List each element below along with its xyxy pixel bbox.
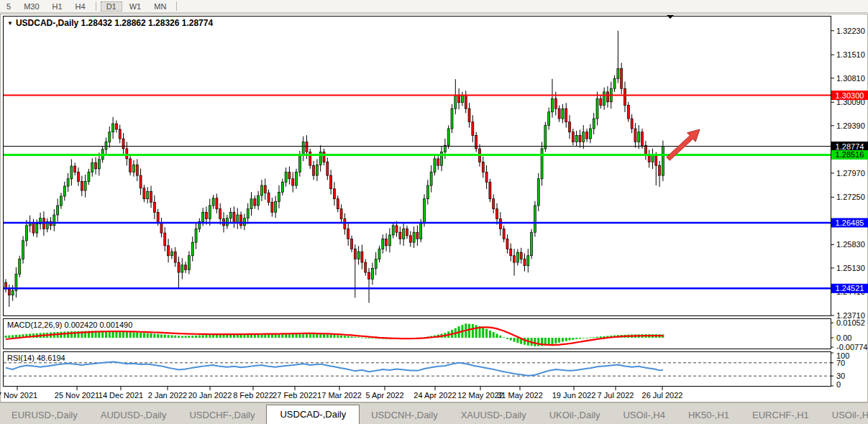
candle	[8, 289, 10, 295]
candle	[520, 252, 522, 259]
candle	[569, 122, 571, 132]
candle	[655, 155, 657, 165]
candle	[191, 242, 193, 256]
candle	[365, 262, 367, 272]
candle	[229, 212, 232, 218]
chart-window-frame	[1, 14, 868, 402]
candle	[268, 193, 270, 202]
candle	[19, 259, 21, 274]
candle	[409, 236, 411, 242]
toolbar-separator	[96, 1, 96, 11]
price-badge-label: 1.28516	[836, 150, 864, 159]
candle	[426, 185, 429, 199]
candle	[652, 155, 654, 162]
candle	[648, 155, 650, 162]
date-axis-label: 31 May 2022	[497, 391, 543, 400]
candle	[593, 119, 595, 129]
candle	[475, 135, 478, 149]
chart-tab-usdchf-daily[interactable]: USDCHF-,Daily	[178, 407, 266, 424]
candle	[413, 232, 415, 242]
candle	[271, 202, 273, 212]
chart-tab-eurusd-daily[interactable]: EURUSD-,Daily	[0, 407, 89, 424]
candle	[132, 165, 134, 172]
candle	[621, 68, 623, 88]
chart-tab-eurchf-h1[interactable]: EURCHF-,H1	[741, 407, 821, 424]
timeframe-button-m30[interactable]: M30	[18, 1, 45, 11]
date-axis-label: 24 Apr 2022	[414, 391, 456, 400]
candle	[662, 147, 664, 176]
candle	[617, 68, 619, 78]
chart-tab-ukoil-daily[interactable]: UKOil-,Daily	[538, 407, 612, 424]
timeframe-button-mn[interactable]: MN	[148, 1, 172, 11]
candle	[499, 219, 501, 229]
candle	[586, 132, 588, 139]
chart-tab-hk50-h1[interactable]: HK50-,H1	[677, 407, 741, 424]
candle	[482, 162, 484, 172]
timeframe-button-w1[interactable]: W1	[124, 1, 147, 11]
chart-tab-usdcnh-daily[interactable]: USDCNH-,Daily	[360, 407, 449, 424]
candle	[288, 172, 291, 178]
candle	[627, 105, 629, 119]
candle	[157, 212, 159, 222]
timeframe-button-h1[interactable]: H1	[47, 1, 68, 11]
candle	[25, 226, 27, 241]
date-axis-label: 7 Nov 2021	[0, 391, 37, 400]
price-axis-label: 1.27250	[836, 193, 865, 201]
candle	[98, 160, 100, 169]
candle	[170, 252, 173, 256]
candle	[60, 196, 62, 206]
candle	[67, 179, 69, 186]
candle	[313, 165, 315, 175]
chart-symbol-title: ▼USDCAD-,Daily 1.28432 1.28862 1.28326 1…	[7, 18, 213, 28]
price-axis-label: 1.32230	[836, 27, 865, 35]
chart-tab-usoil-h4[interactable]: USOil-,H4	[611, 407, 677, 424]
chart-tab-usdcad-daily[interactable]: USDCAD-,Daily	[266, 405, 360, 424]
candle	[388, 235, 390, 246]
date-axis-label: 8 Feb 2022	[233, 391, 273, 400]
candle	[659, 165, 661, 175]
candle	[260, 185, 262, 195]
candle	[233, 212, 235, 222]
macd-axis-label: 0.00	[836, 333, 851, 342]
candle	[57, 206, 59, 215]
candle	[485, 172, 488, 182]
chart-window: 1.322301.315101.308101.300901.293901.279…	[0, 14, 868, 402]
candle	[589, 129, 591, 139]
chart-title-text: USDCAD-,Daily 1.28432 1.28862 1.28326 1.…	[16, 18, 213, 28]
timeframe-button-h4[interactable]: H4	[70, 1, 91, 11]
candle	[340, 209, 342, 219]
chart-tab-xauusd-daily[interactable]: XAUUSD-,Daily	[449, 407, 538, 424]
candle	[516, 252, 518, 262]
candle	[424, 199, 426, 223]
candle	[53, 215, 55, 226]
candle	[489, 182, 491, 198]
candle	[416, 232, 419, 239]
date-axis-label: 7 Jul 2022	[598, 391, 634, 400]
candle	[596, 98, 598, 119]
symbol-dropdown-icon[interactable]: ▼	[7, 20, 13, 27]
candle	[634, 129, 636, 142]
candle	[109, 132, 111, 142]
candle	[330, 175, 332, 189]
candle	[22, 241, 24, 259]
timeframe-button-d1[interactable]: D1	[101, 1, 122, 11]
candle	[437, 159, 439, 165]
price-axis-label: 1.31510	[836, 50, 865, 59]
candle	[81, 182, 83, 191]
candle	[465, 96, 467, 109]
timeframe-button-5[interactable]: 5	[1, 1, 17, 11]
price-axis-label: 1.27970	[836, 169, 865, 178]
candle	[541, 149, 543, 179]
candle	[537, 179, 539, 206]
candle	[188, 256, 190, 270]
candle	[316, 165, 318, 175]
candle	[298, 155, 301, 172]
rsi-axis-label: 30	[836, 372, 845, 380]
candle	[237, 215, 239, 222]
candle	[420, 222, 422, 239]
candle	[296, 172, 298, 185]
candle	[129, 159, 132, 172]
chart-tab-audusd-daily[interactable]: AUDUSD-,Daily	[89, 407, 178, 424]
date-axis-label: 14 Dec 2021	[99, 391, 143, 400]
chart-tab-usoil-h4[interactable]: USOil-,H4	[821, 407, 868, 424]
